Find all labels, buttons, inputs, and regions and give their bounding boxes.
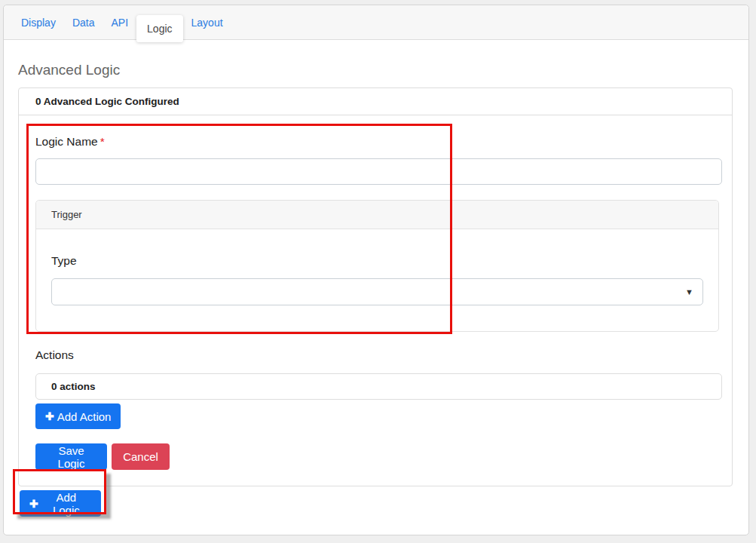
required-asterisk: * <box>100 135 105 148</box>
save-logic-button[interactable]: Save Logic <box>35 443 107 470</box>
page-title: Advanced Logic <box>18 62 748 78</box>
plus-icon: ✚ <box>45 410 54 422</box>
actions-count-box: 0 actions <box>35 373 722 400</box>
logic-count-header: 0 Advanced Logic Configured <box>19 88 732 115</box>
trigger-panel: Trigger Type ▼ <box>35 200 719 332</box>
logic-name-label: Logic Name* <box>35 135 721 149</box>
page-container: Display Data API Logic Layout Advanced L… <box>3 5 749 535</box>
caret-down-icon: ▼ <box>685 288 693 296</box>
trigger-panel-body: Type ▼ <box>36 229 718 331</box>
actions-label: Actions <box>35 348 721 362</box>
tab-bar: Display Data API Logic Layout <box>4 5 748 40</box>
cancel-button[interactable]: Cancel <box>112 443 170 470</box>
add-logic-button[interactable]: ✚ Add Logic <box>20 490 101 517</box>
add-action-label: Add Action <box>57 410 112 423</box>
trigger-type-label: Type <box>51 254 703 268</box>
logic-name-input[interactable] <box>35 158 722 185</box>
trigger-type-select[interactable]: ▼ <box>51 278 703 305</box>
add-logic-label: Add Logic <box>41 491 91 517</box>
actions-count-text: 0 actions <box>51 381 96 392</box>
tab-logic[interactable]: Logic <box>136 15 182 42</box>
add-action-button[interactable]: ✚ Add Action <box>35 403 121 429</box>
advanced-logic-panel: 0 Advanced Logic Configured Logic Name* … <box>18 87 733 486</box>
form-button-row: Save Logic Cancel <box>35 443 721 470</box>
plus-icon: ✚ <box>29 498 38 510</box>
tab-api[interactable]: API <box>103 5 136 40</box>
logic-form: Logic Name* Trigger Type ▼ Actions 0 act… <box>19 115 732 486</box>
trigger-panel-header: Trigger <box>36 201 718 229</box>
add-logic-area: ✚ Add Logic <box>20 490 748 517</box>
tab-display[interactable]: Display <box>13 5 64 40</box>
logic-name-label-text: Logic Name <box>35 135 98 148</box>
tab-data[interactable]: Data <box>64 5 103 40</box>
tab-layout[interactable]: Layout <box>183 5 231 40</box>
